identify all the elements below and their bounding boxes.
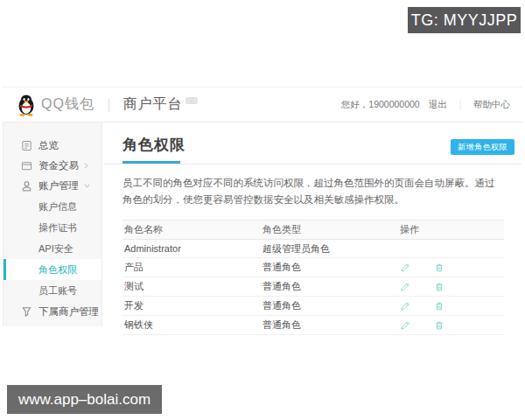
table-row: 开发 普通角色 bbox=[122, 297, 504, 316]
role-type: 普通角色 bbox=[261, 277, 398, 297]
sidebar-subitem-label: API安全 bbox=[38, 242, 74, 256]
delete-icon[interactable] bbox=[434, 320, 444, 331]
qq-penguin-icon bbox=[17, 94, 36, 116]
sidebar-item-operation-cert[interactable]: 操作证书 bbox=[4, 217, 102, 238]
header-links-divider: ｜ bbox=[456, 99, 465, 111]
help-center-link[interactable]: 帮助中心 bbox=[473, 99, 510, 111]
sidebar-subitem-label: 操作证书 bbox=[38, 221, 77, 234]
delete-icon[interactable] bbox=[434, 262, 444, 273]
page: TG: MYYJJPP www.app–bolai.com QQ钱包 ｜ 商户平… bbox=[0, 0, 525, 420]
logo-divider: ｜ bbox=[102, 96, 116, 113]
col-actions: 操作 bbox=[398, 220, 504, 240]
sidebar-item-label: 总览 bbox=[38, 139, 59, 152]
col-role-type: 角色类型 bbox=[261, 220, 398, 240]
table-row: 产品 普通角色 bbox=[122, 258, 504, 277]
role-type: 普通角色 bbox=[261, 316, 398, 335]
edit-icon[interactable] bbox=[400, 301, 410, 312]
sub-merchant-icon bbox=[21, 306, 32, 318]
app-header: QQ钱包 ｜ 商户平台 您好，1900000000 退出 ｜ 帮助中心 bbox=[3, 87, 522, 122]
sidebar-item-role-permission[interactable]: 角色权限 bbox=[4, 259, 102, 280]
role-actions bbox=[398, 277, 504, 297]
role-name: 钢铁侠 bbox=[122, 316, 261, 335]
delete-icon[interactable] bbox=[434, 301, 444, 312]
edit-icon[interactable] bbox=[400, 282, 410, 292]
version-badge bbox=[186, 97, 198, 104]
account-icon bbox=[21, 180, 32, 192]
role-type: 普通角色 bbox=[261, 297, 398, 316]
overview-icon bbox=[21, 140, 32, 151]
sidebar-item-overview[interactable]: 总览 bbox=[4, 136, 102, 156]
logout-link[interactable]: 退出 bbox=[429, 99, 447, 111]
chevron-right-icon bbox=[84, 163, 88, 169]
title-rule bbox=[103, 164, 522, 164]
role-actions bbox=[398, 316, 504, 335]
sidebar-item-staff-account[interactable]: 员工账号 bbox=[4, 280, 102, 301]
sidebar-item-funds[interactable]: 资金交易 bbox=[4, 156, 102, 176]
tg-contact-badge: TG: MYYJJPP bbox=[408, 7, 521, 33]
watermark-url: www.app–bolai.com bbox=[7, 385, 162, 414]
funds-icon bbox=[21, 160, 32, 172]
table-row: 测试 普通角色 bbox=[122, 277, 504, 297]
role-name: 开发 bbox=[122, 297, 261, 316]
role-type: 超级管理员角色 bbox=[261, 240, 398, 258]
sidebar-item-sub-merchant[interactable]: 下属商户管理 bbox=[4, 302, 102, 322]
main-content: 新增角色权限 角色权限 员工不同的角色对应不同的系统访问权限，超过角色范围外的页… bbox=[103, 122, 522, 335]
sidebar-item-label: 资金交易 bbox=[38, 159, 79, 172]
role-name: 产品 bbox=[122, 258, 261, 277]
sidebar: 总览 资金交易 账户管理 bbox=[3, 122, 102, 326]
role-name: 测试 bbox=[122, 277, 261, 297]
sidebar-item-account-mgmt[interactable]: 账户管理 bbox=[4, 176, 102, 196]
role-actions bbox=[398, 297, 504, 316]
sidebar-item-label: 账户管理 bbox=[38, 179, 79, 192]
edit-icon[interactable] bbox=[400, 262, 410, 273]
add-role-button[interactable]: 新增角色权限 bbox=[451, 139, 514, 155]
chevron-down-icon bbox=[84, 184, 90, 188]
logo-text: QQ钱包 bbox=[41, 95, 94, 114]
page-description: 员工不同的角色对应不同的系统访问权限，超过角色范围外的页面会自动屏蔽。通过角色的… bbox=[122, 175, 503, 208]
sidebar-subitem-label: 角色权限 bbox=[38, 263, 77, 276]
platform-title: 商户平台 bbox=[123, 95, 183, 114]
role-actions bbox=[398, 240, 504, 258]
role-type: 普通角色 bbox=[261, 258, 398, 277]
logo[interactable]: QQ钱包 bbox=[17, 94, 94, 116]
table-row: Administrator 超级管理员角色 bbox=[122, 240, 504, 258]
col-role-name: 角色名称 bbox=[122, 220, 261, 240]
sidebar-subitem-label: 账户信息 bbox=[38, 200, 77, 214]
sidebar-item-account-info[interactable]: 账户信息 bbox=[4, 196, 102, 217]
role-name: Administrator bbox=[122, 240, 261, 258]
header-right: 您好，1900000000 退出 ｜ 帮助中心 bbox=[341, 99, 510, 111]
greeting-text: 您好，1900000000 bbox=[341, 99, 420, 111]
sidebar-subitem-label: 员工账号 bbox=[38, 284, 77, 298]
edit-icon[interactable] bbox=[400, 320, 410, 331]
table-row: 钢铁侠 普通角色 bbox=[122, 316, 504, 335]
roles-table: 角色名称 角色类型 操作 Administrator 超级管理员角色 产品 普通… bbox=[122, 220, 504, 335]
table-header-row: 角色名称 角色类型 操作 bbox=[122, 220, 504, 240]
sidebar-item-label: 下属商户管理 bbox=[38, 305, 99, 318]
sidebar-item-api-security[interactable]: API安全 bbox=[4, 238, 102, 259]
delete-icon[interactable] bbox=[434, 282, 444, 292]
role-actions bbox=[398, 258, 504, 277]
